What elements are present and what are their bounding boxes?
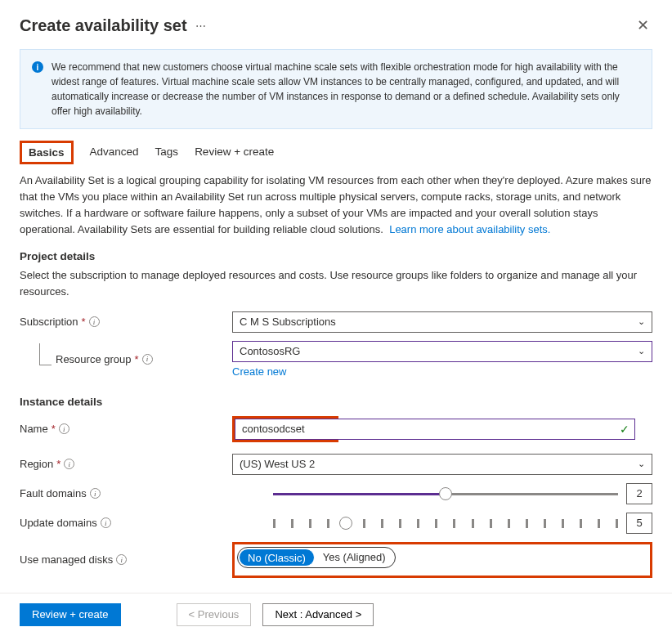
tab-review[interactable]: Review + create <box>195 141 274 164</box>
tab-basics[interactable]: Basics <box>20 141 74 164</box>
managed-label-text: Use managed disks <box>20 553 113 566</box>
tab-bar: Basics Advanced Tags Review + create <box>20 141 652 164</box>
subscription-label-text: Subscription <box>20 316 78 328</box>
managed-no-option[interactable]: No (Classic) <box>239 549 315 567</box>
tab-advanced[interactable]: Advanced <box>90 141 139 164</box>
create-new-link[interactable]: Create new <box>232 365 652 378</box>
required-star: * <box>56 458 60 470</box>
subscription-select[interactable]: C M S Subscriptions ⌄ <box>232 311 652 333</box>
managed-disks-toggle[interactable]: No (Classic) Yes (Aligned) <box>237 547 396 568</box>
fault-domains-value[interactable]: 2 <box>626 483 652 504</box>
page-title: Create availability set <box>20 16 187 35</box>
update-domains-value[interactable]: 5 <box>626 513 652 534</box>
required-star: * <box>82 316 86 328</box>
slider-thumb[interactable] <box>439 487 452 500</box>
region-value: (US) West US 2 <box>240 458 315 470</box>
description-body: An Availability Set is a logical groupin… <box>20 174 652 235</box>
info-icon: i <box>32 61 43 73</box>
update-label-text: Update domains <box>20 517 97 529</box>
learn-more-link[interactable]: Learn more about availability sets. <box>389 223 550 235</box>
footer-bar: Review + create < Previous Next : Advanc… <box>0 593 672 636</box>
update-domains-label: Update domains i <box>20 517 232 529</box>
name-label: Name * i <box>20 423 232 435</box>
valid-icon: ✓ <box>620 423 629 436</box>
chevron-down-icon: ⌄ <box>638 346 645 356</box>
subscription-label: Subscription * i <box>20 316 232 328</box>
required-star: * <box>135 353 139 365</box>
managed-yes-option[interactable]: Yes (Aligned) <box>315 549 394 567</box>
resource-group-label: Resource group * i <box>20 353 232 365</box>
name-value: contosodcset <box>242 423 305 435</box>
slider-thumb[interactable] <box>339 517 352 530</box>
region-label: Region * i <box>20 458 232 470</box>
info-icon[interactable]: i <box>101 517 111 528</box>
update-domains-slider[interactable] <box>273 515 618 531</box>
name-input[interactable]: contosodcset ✓ <box>235 419 635 440</box>
info-icon[interactable]: i <box>59 423 69 434</box>
fault-domains-slider[interactable] <box>273 486 618 502</box>
subscription-value: C M S Subscriptions <box>240 316 336 328</box>
region-label-text: Region <box>20 458 53 470</box>
rg-label-text: Resource group <box>56 353 132 365</box>
info-banner: i We recommend that new customers choose… <box>20 49 652 129</box>
chevron-down-icon: ⌄ <box>638 316 645 327</box>
more-actions[interactable]: ⋯ <box>195 20 208 32</box>
project-details-heading: Project details <box>20 250 652 262</box>
info-icon[interactable]: i <box>116 554 127 565</box>
resource-group-select[interactable]: ContososRG ⌄ <box>232 341 652 362</box>
close-icon[interactable]: ✕ <box>634 13 652 38</box>
review-create-button[interactable]: Review + create <box>20 603 121 626</box>
rg-value: ContososRG <box>240 345 300 357</box>
chevron-down-icon: ⌄ <box>638 459 645 469</box>
name-label-text: Name <box>20 423 48 435</box>
tab-tags[interactable]: Tags <box>155 141 179 164</box>
region-select[interactable]: (US) West US 2 ⌄ <box>232 454 652 475</box>
info-icon[interactable]: i <box>142 354 153 365</box>
info-icon[interactable]: i <box>90 488 101 499</box>
description-text: An Availability Set is a logical groupin… <box>20 172 652 239</box>
info-icon[interactable]: i <box>89 316 100 327</box>
fault-domains-label: Fault domains i <box>20 487 232 499</box>
previous-button: < Previous <box>177 603 252 626</box>
info-icon[interactable]: i <box>64 459 74 469</box>
instance-details-heading: Instance details <box>20 396 652 408</box>
project-details-sub: Select the subscription to manage deploy… <box>20 267 652 300</box>
next-button[interactable]: Next : Advanced > <box>262 603 374 626</box>
fault-label-text: Fault domains <box>20 487 87 499</box>
info-text: We recommend that new customers choose v… <box>52 60 640 119</box>
required-star: * <box>52 423 56 435</box>
managed-disks-label: Use managed disks i <box>20 553 232 566</box>
